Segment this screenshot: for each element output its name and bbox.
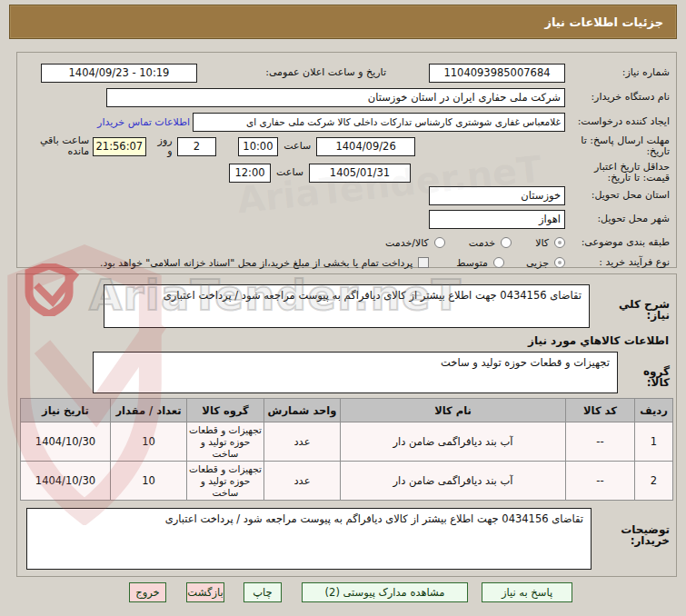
radio-service-icon[interactable] <box>501 237 512 248</box>
price-validity-label: حداقل تاریخ اعتبار قیمت: تا تاریخ: <box>565 162 676 184</box>
response-deadline-time-field[interactable]: 10:00 <box>238 137 279 156</box>
delivery-city-label: شهر محل تحویل: <box>565 214 676 224</box>
time-remaining-field: 21:56:07 <box>93 137 145 156</box>
delivery-city-field[interactable]: اهواز <box>429 210 565 229</box>
row-general-description: شرح کلي نیاز: تقاضای 0434156 جهت اطلاع ب… <box>17 284 676 328</box>
delivery-province-field[interactable]: خوزستان <box>429 186 565 205</box>
goods-section-title: اطلاعات کالاهاي مورد نیاز <box>17 333 676 349</box>
goods-table-header-row: ردیف کد کالا نام کالا واحد شمارش گروه کا… <box>21 399 673 422</box>
cell-goods-name: آب بند دیافراگمی ضامن دار <box>341 462 566 501</box>
radio-medium-label: متوسط <box>456 257 488 269</box>
process-option-medium[interactable]: متوسط <box>456 257 504 269</box>
radio-goods-icon[interactable] <box>554 237 565 248</box>
treasury-checkbox-icon[interactable] <box>418 257 429 268</box>
hours-remaining-label: ساعت باقي مانده <box>17 135 93 157</box>
need-number-label: شماره نیاز: <box>565 67 676 78</box>
row-delivery-province: استان محل تحویل: خوزستان <box>17 184 676 207</box>
row-purchase-process: نوع فرآیند خرید : جزیی متوسط پرداخت تمام… <box>17 251 676 274</box>
announce-datetime-label: تاریخ و ساعت اعلان عمومی: <box>259 67 386 78</box>
deadline-hour-label: ساعت <box>278 141 316 152</box>
row-need-number: شماره نیاز: 1104093985007684 تاریخ و ساع… <box>17 61 676 84</box>
price-validity-time-field[interactable]: 12:00 <box>229 164 271 183</box>
purchase-process-label: نوع فرآیند خرید : <box>565 257 676 268</box>
row-buyer-org: نام دستگاه خریدار: شرکت ملی حفاری ایران … <box>17 85 676 109</box>
radio-goods-service-icon[interactable] <box>434 237 445 248</box>
classification-option-goods-service[interactable]: کالا/خدمت <box>385 237 445 249</box>
cell-row-number: 1 <box>635 422 673 462</box>
col-quantity: تعداد / مقدار <box>111 399 187 422</box>
classification-option-service[interactable]: خدمت <box>469 237 512 249</box>
cell-goods-name: آب بند دیافراگمی ضامن دار <box>341 422 566 462</box>
cell-goods-code: -- <box>566 462 635 501</box>
page-title: جزئیات اطلاعات نیاز <box>9 5 677 39</box>
radio-minor-icon[interactable] <box>554 257 565 268</box>
respond-to-need-button[interactable]: پاسخ به نیاز <box>482 582 572 602</box>
view-attachments-button[interactable]: مشاهده مدارک پیوستی (2) <box>302 582 468 602</box>
row-goods-table: ردیف کد کالا نام کالا واحد شمارش گروه کا… <box>17 398 676 502</box>
cell-row-number: 2 <box>635 462 673 501</box>
print-button[interactable]: چاپ <box>244 582 282 602</box>
process-option-minor[interactable]: جزیی <box>526 257 565 269</box>
cell-quantity: 10 <box>111 422 187 462</box>
page-title-text: جزئیات اطلاعات نیاز <box>544 15 663 29</box>
radio-goods-service-label: کالا/خدمت <box>385 237 429 249</box>
radio-minor-label: جزیی <box>526 257 549 269</box>
row-response-deadline: مهلت ارسال پاسخ: تا تاریخ: 1404/09/26 سا… <box>17 133 676 160</box>
treasury-note-label: پرداخت تمام یا بخشی از مبلغ خرید،از محل … <box>100 257 413 269</box>
table-row: 2 -- آب بند دیافراگمی ضامن دار عدد تجهیز… <box>21 462 673 501</box>
goods-panel: شرح کلي نیاز: تقاضای 0434156 جهت اطلاع ب… <box>16 273 677 577</box>
cell-goods-group: تجهیزات و قطعات حوزه تولید و ساخت <box>187 462 264 501</box>
classification-option-goods[interactable]: کالا <box>535 237 565 249</box>
buyer-notes-label: توضیحات خریدار: <box>621 508 676 546</box>
delivery-province-label: استان محل تحویل: <box>565 190 676 201</box>
table-row: 1 -- آب بند دیافراگمی ضامن دار عدد تجهیز… <box>21 422 673 462</box>
cell-need-date: 1404/10/30 <box>21 422 111 462</box>
radio-service-label: خدمت <box>469 237 495 249</box>
radio-goods-label: کالا <box>535 237 549 249</box>
col-goods-group: گروه کالا <box>187 399 264 422</box>
need-info-panel: شماره نیاز: 1104093985007684 تاریخ و ساع… <box>16 52 677 268</box>
treasury-payment-option[interactable]: پرداخت تمام یا بخشی از مبلغ خرید،از محل … <box>100 257 429 269</box>
row-request-creator: ایجاد کننده درخواست: غلامعباس غفاری شوشت… <box>17 110 676 134</box>
subject-classification-label: طبقه بندی موضوعی: <box>565 237 676 248</box>
action-buttons-row: پاسخ به نیاز مشاهده مدارک پیوستی (2) چاپ… <box>0 582 686 602</box>
cell-goods-code: -- <box>566 422 635 462</box>
goods-group-field[interactable]: تجهیزات و قطعات حوزه تولید و ساخت <box>93 352 618 393</box>
col-goods-name: نام کالا <box>341 399 566 422</box>
request-creator-field[interactable]: غلامعباس غفاری شوشتری کارشناس تدارکات دا… <box>193 113 565 132</box>
response-deadline-label: مهلت ارسال پاسخ: تا تاریخ: <box>565 135 676 157</box>
buyer-org-label: نام دستگاه خریدار: <box>565 92 676 103</box>
cell-count-unit: عدد <box>264 462 341 501</box>
need-number-field[interactable]: 1104093985007684 <box>429 64 565 83</box>
col-goods-code: کد کالا <box>566 399 635 422</box>
cell-goods-group: تجهیزات و قطعات حوزه تولید و ساخت <box>187 422 264 462</box>
back-button[interactable]: بازگشت <box>186 582 224 602</box>
days-and-label: روز و <box>146 135 177 157</box>
general-description-label: شرح کلي نیاز: <box>590 284 676 321</box>
row-price-validity: حداقل تاریخ اعتبار قیمت: تا تاریخ: 1405/… <box>17 159 676 186</box>
buyer-contact-link[interactable]: اطلاعات تماس خریدار <box>97 116 190 128</box>
buyer-notes-field[interactable]: تقاضای 0434156 جهت اطلاع بیشتر از کالای … <box>26 508 592 570</box>
need-details-page: { "header": { "title": "جزئیات اطلاعات ن… <box>0 0 686 616</box>
days-remaining-field[interactable]: 2 <box>177 137 217 156</box>
row-delivery-city: شهر محل تحویل: اهواز <box>17 207 676 231</box>
validity-hour-label: ساعت <box>271 167 309 178</box>
exit-button[interactable]: خروج <box>129 582 166 602</box>
request-creator-label: ایجاد کننده درخواست: <box>565 116 676 127</box>
buyer-org-field[interactable]: شرکت ملی حفاری ایران در استان خوزستان <box>106 88 565 107</box>
goods-table: ردیف کد کالا نام کالا واحد شمارش گروه کا… <box>20 398 673 501</box>
col-need-date: تاریخ نیاز <box>21 399 111 422</box>
announce-datetime-field[interactable]: 1404/09/23 - 10:19 <box>41 64 197 83</box>
col-count-unit: واحد شمارش <box>264 399 341 422</box>
cell-need-date: 1404/10/30 <box>21 462 111 501</box>
general-description-field[interactable]: تقاضای 0434156 جهت اطلاع بیشتر از کالای … <box>104 284 590 328</box>
row-buyer-notes: توضیحات خریدار: تقاضای 0434156 جهت اطلاع… <box>17 508 676 570</box>
price-validity-date-field[interactable]: 1405/01/31 <box>309 164 411 183</box>
cell-count-unit: عدد <box>264 422 341 462</box>
col-row-number: ردیف <box>635 399 673 422</box>
cell-quantity: 10 <box>111 462 187 501</box>
response-deadline-date-field[interactable]: 1404/09/26 <box>316 137 415 156</box>
row-goods-group: گروه کالا: تجهیزات و قطعات حوزه تولید و … <box>17 352 676 393</box>
goods-group-label: گروه کالا: <box>618 352 676 388</box>
radio-medium-icon[interactable] <box>493 257 504 268</box>
